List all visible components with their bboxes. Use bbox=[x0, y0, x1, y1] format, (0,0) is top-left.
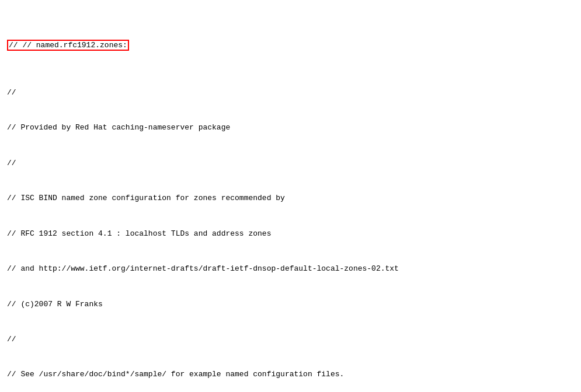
highlight-top-box: // // named.rfc1912.zones: bbox=[7, 40, 129, 51]
line-8: // (c)2007 R W Franks bbox=[7, 299, 574, 310]
line-9: // bbox=[7, 334, 574, 345]
line-3: // Provided by Red Hat caching-nameserve… bbox=[7, 122, 574, 134]
code-editor: // // named.rfc1912.zones: // // Provide… bbox=[7, 5, 574, 392]
line-1-text: // named.rfc1912.zones: bbox=[22, 41, 127, 50]
line-7: // and http://www.ietf.org/internet-draf… bbox=[7, 263, 574, 275]
line-5: // ISC BIND named zone configuration for… bbox=[7, 192, 574, 204]
line-1: // // named.rfc1912.zones: bbox=[7, 40, 574, 51]
line-6: // RFC 1912 section 4.1 : localhost TLDs… bbox=[7, 228, 574, 240]
line-2: // bbox=[7, 87, 574, 99]
line-10: // See /usr/share/doc/bind*/sample/ for … bbox=[7, 369, 574, 380]
line-4: // bbox=[7, 158, 574, 169]
